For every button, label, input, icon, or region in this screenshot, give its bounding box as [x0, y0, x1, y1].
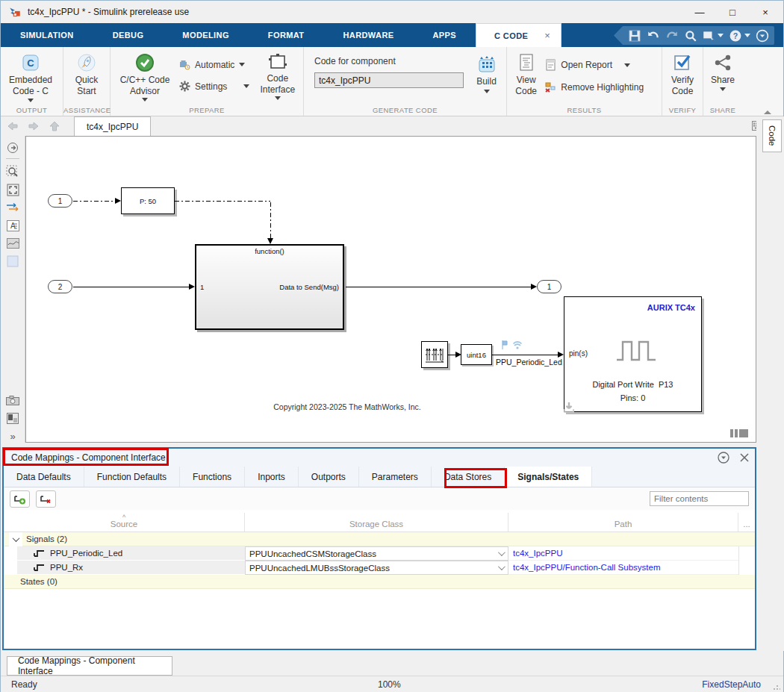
embedded-code-button[interactable]: C Embedded Code - C	[4, 50, 57, 104]
tab-function-defaults[interactable]: Function Defaults	[84, 467, 180, 487]
tab-signals-states[interactable]: Signals/States	[505, 467, 592, 487]
tab-format[interactable]: FORMAT	[249, 23, 324, 47]
solver-label[interactable]: FixedStepAuto	[702, 679, 761, 690]
hide-browser-icon[interactable]	[5, 140, 20, 155]
outport-1-block[interactable]: 1	[537, 280, 561, 293]
embedded-code-label: Embedded Code - C	[9, 75, 52, 97]
open-report-dropdown[interactable]: Open Report	[542, 57, 659, 72]
tab-data-defaults[interactable]: Data Defaults	[4, 467, 84, 487]
title-bar: tc4x_IpcPPU * - Simulink prerelease use …	[1, 1, 783, 23]
image-annotation-icon[interactable]	[5, 236, 20, 251]
back-icon[interactable]	[4, 119, 22, 134]
datatype-conversion-block[interactable]: uint16	[461, 344, 492, 365]
storage-class-dropdown[interactable]: PPUUncachedLMUBssStorageClass	[245, 561, 508, 575]
inport-2-block[interactable]: 2	[48, 280, 72, 293]
quick-start-button[interactable]: Quick Start	[66, 50, 107, 104]
column-header-path[interactable]: Path	[508, 513, 738, 532]
copyright-annotation: Copyright 2023-2025 The MathWorks, Inc.	[205, 402, 489, 411]
settings-dropdown[interactable]: Settings	[176, 79, 255, 93]
automatic-build-dropdown[interactable]: Automatic	[176, 57, 255, 72]
tab-simulation[interactable]: SIMULATION	[1, 23, 93, 47]
fit-to-view-icon[interactable]	[5, 182, 20, 197]
collapse-chevron-icon[interactable]	[9, 532, 22, 546]
area-icon[interactable]	[5, 254, 20, 269]
tab-c-code[interactable]: C CODE ×	[476, 23, 561, 47]
share-button[interactable]: Share	[706, 50, 739, 104]
model-breadcrumb-tab[interactable]: tc4x_IpcPPU	[74, 116, 151, 136]
close-button[interactable]: ×	[749, 1, 782, 23]
tab-functions[interactable]: Functions	[180, 467, 245, 487]
forward-icon[interactable]	[25, 119, 43, 134]
wire-arrowhead	[558, 352, 564, 358]
tab-close-icon[interactable]: ×	[544, 30, 550, 41]
pulse-generator-block[interactable]	[421, 341, 448, 368]
wire-arrowhead	[189, 284, 195, 290]
tab-debug[interactable]: DEBUG	[93, 23, 164, 47]
resize-grip[interactable]	[773, 683, 780, 691]
code-interface-button[interactable]: Code Interface	[255, 50, 300, 104]
tab-apps[interactable]: APPS	[413, 23, 476, 47]
row-menu-cell[interactable]	[738, 546, 755, 561]
remove-highlighting-button[interactable]: Remove Highlighting	[542, 80, 659, 94]
states-group-row[interactable]: States (0)	[4, 575, 755, 589]
code-perspective-tab[interactable]: Code	[762, 119, 782, 152]
save-icon[interactable]	[628, 29, 641, 43]
up-to-parent-icon[interactable]	[46, 119, 63, 134]
search-icon[interactable]	[684, 29, 697, 43]
function-call-subsystem-block[interactable]: function() 1 Data to Send(Msg)	[195, 244, 344, 330]
tab-modeling[interactable]: MODELING	[163, 23, 248, 47]
param-block[interactable]: P: 50	[121, 187, 175, 214]
path-link[interactable]: tc4x_IpcPPU/Function-Call Subsystem	[508, 561, 738, 575]
section-label-verify: VERIFY	[662, 106, 703, 114]
screenshot-icon[interactable]	[5, 393, 20, 408]
status-text: Ready	[11, 679, 37, 690]
signal-routing-icon[interactable]	[5, 200, 20, 215]
verify-code-button[interactable]: Verify Code	[665, 50, 700, 104]
help-icon: ?	[729, 29, 742, 43]
signals-group-row[interactable]: Signals (2)	[4, 532, 755, 546]
explorer-bar: tc4x_IpcPPU	[1, 116, 756, 136]
row-menu-cell[interactable]	[738, 561, 755, 575]
filter-contents-input[interactable]	[650, 491, 749, 506]
code-mappings-dock-tab[interactable]: Code Mappings - Component Interface	[7, 656, 172, 676]
tab-inports[interactable]: Inports	[245, 467, 299, 487]
build-button[interactable]: Build	[470, 50, 503, 104]
digital-port-write-block[interactable]: AURIX TC4x pin(s) Digital Port Write P13…	[564, 296, 702, 412]
wire	[175, 201, 270, 202]
maximize-button[interactable]: □	[716, 1, 749, 23]
help-dropdown[interactable]: ?	[729, 29, 750, 43]
toolstrip-collapse-icon[interactable]	[756, 29, 769, 43]
tab-data-stores[interactable]: Data Stores	[432, 467, 505, 487]
minimize-button[interactable]: —	[683, 1, 716, 23]
source-cell[interactable]: PPU_Rx	[17, 561, 245, 575]
view-code-button[interactable]: View Code	[510, 50, 542, 104]
panel-minimize-icon[interactable]	[718, 452, 729, 464]
column-header-source[interactable]: ^ Source	[4, 513, 245, 532]
tab-outports[interactable]: Outports	[299, 467, 359, 487]
code-interface-label: Code Interface	[260, 73, 295, 96]
remove-signal-button[interactable]	[36, 490, 56, 508]
column-header-menu[interactable]: ...	[738, 513, 755, 532]
add-signal-button[interactable]	[10, 490, 30, 508]
panel-close-icon[interactable]	[740, 453, 749, 462]
storage-class-dropdown[interactable]: PPUUncachedCSMStorageClass	[245, 546, 508, 561]
tab-hardware[interactable]: HARDWARE	[323, 23, 413, 47]
viewmarks-dropdown[interactable]	[702, 29, 724, 43]
open-report-label: Open Report	[561, 60, 612, 70]
annotation-icon[interactable]: A	[5, 218, 20, 233]
column-header-storage-class[interactable]: Storage Class	[245, 513, 508, 532]
viewmark-icon[interactable]	[5, 411, 20, 426]
inport-1-block[interactable]: 1	[48, 194, 72, 208]
code-advisor-button[interactable]: C/C++ Code Advisor	[113, 50, 176, 104]
undo-icon[interactable]	[647, 29, 660, 43]
component-name-field[interactable]	[314, 72, 464, 88]
tab-parameters[interactable]: Parameters	[359, 467, 432, 487]
source-cell[interactable]: PPU_Periodic_Led	[17, 546, 245, 561]
report-icon	[545, 59, 556, 71]
zoom-region-icon[interactable]	[5, 164, 20, 179]
signal-name-label[interactable]: PPU_Periodic_Led	[496, 358, 562, 367]
palette-more-icon[interactable]: »	[5, 428, 20, 443]
redo-icon[interactable]	[665, 29, 679, 43]
path-link[interactable]: tc4x_IpcPPU	[508, 546, 738, 561]
wire	[73, 287, 189, 287]
